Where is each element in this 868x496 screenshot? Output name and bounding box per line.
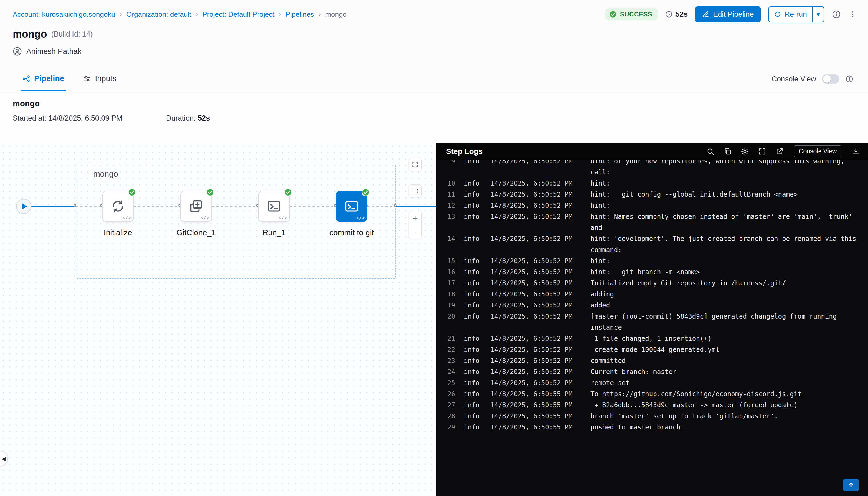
canvas-marquee-button[interactable] bbox=[409, 184, 422, 198]
log-line: 9info14/8/2025, 6:50:52 PMhint: of your … bbox=[443, 160, 868, 167]
log-level: info bbox=[464, 422, 483, 433]
expand-logs-icon[interactable] bbox=[758, 148, 766, 155]
tab-pipeline-label: Pipeline bbox=[34, 74, 64, 83]
breadcrumb-separator: › bbox=[319, 10, 321, 19]
log-message: hint: of your new repositories, which wi… bbox=[590, 160, 844, 167]
log-message: remote set bbox=[590, 377, 630, 389]
app-root: Account: kurosakiichigo.songoku›Organiza… bbox=[0, 0, 868, 496]
info-icon[interactable] bbox=[832, 10, 841, 19]
log-message: hint: bbox=[590, 178, 610, 189]
log-timestamp: 14/8/2025, 6:50:52 PM bbox=[491, 355, 575, 367]
log-line: 26info14/8/2025, 6:50:55 PMTo https://gi… bbox=[443, 389, 868, 400]
page-title: mongo bbox=[13, 28, 47, 40]
log-line-number: 28 bbox=[443, 411, 455, 422]
more-menu-icon[interactable] bbox=[849, 10, 857, 18]
pipeline-node-run-1[interactable]: </> bbox=[258, 191, 290, 222]
log-message: instance bbox=[590, 322, 622, 333]
zoom-out-button[interactable]: − bbox=[409, 225, 421, 239]
pipeline-canvas[interactable]: − mongo </>Initialize</> bbox=[0, 143, 436, 496]
run-start-node[interactable] bbox=[16, 199, 31, 214]
log-level: info bbox=[464, 344, 483, 355]
tab-bar: Pipeline Inputs Console View bbox=[0, 67, 868, 91]
log-line-number: 25 bbox=[443, 377, 455, 389]
canvas-fullscreen-button[interactable] bbox=[409, 158, 422, 171]
log-level bbox=[464, 222, 483, 233]
log-message: + 82a6dbb...5843d9c master -> master (fo… bbox=[590, 400, 798, 411]
node-label-commit-to-git: commit to git bbox=[311, 228, 392, 237]
log-timestamp: 14/8/2025, 6:50:52 PM bbox=[491, 289, 575, 300]
log-level bbox=[464, 245, 483, 255]
log-message: command: bbox=[590, 245, 622, 255]
console-info-icon[interactable] bbox=[845, 75, 853, 83]
log-level: info bbox=[464, 400, 483, 411]
code-glyph: </> bbox=[201, 215, 209, 220]
rerun-caret[interactable]: ▾ bbox=[812, 7, 824, 22]
rerun-icon bbox=[774, 11, 781, 18]
terminal-icon bbox=[344, 199, 359, 214]
arrow-up-icon bbox=[848, 481, 854, 489]
search-icon[interactable] bbox=[706, 148, 714, 155]
scroll-to-top-button[interactable] bbox=[843, 479, 859, 491]
breadcrumb-item: mongo bbox=[325, 10, 347, 19]
log-line-number bbox=[443, 167, 455, 178]
log-level: info bbox=[464, 289, 483, 300]
run-name: mongo bbox=[13, 99, 855, 108]
edge-connector bbox=[133, 206, 181, 207]
log-line: 22info14/8/2025, 6:50:52 PM create mode … bbox=[443, 344, 868, 355]
edge-connector bbox=[290, 206, 336, 207]
log-level: info bbox=[464, 377, 483, 389]
log-line-number: 20 bbox=[443, 311, 455, 322]
log-output[interactable]: 9info14/8/2025, 6:50:52 PMhint: of your … bbox=[436, 160, 868, 496]
log-line: command: bbox=[443, 245, 868, 255]
log-line-number: 29 bbox=[443, 422, 455, 433]
stage-group-label: − mongo bbox=[83, 169, 118, 179]
log-line: 23info14/8/2025, 6:50:52 PMcommitted bbox=[443, 355, 868, 367]
breadcrumb-item[interactable]: Organization: default bbox=[126, 10, 191, 19]
run-meta: Started at: 14/8/2025, 6:50:09 PM Durati… bbox=[13, 114, 855, 123]
edit-pipeline-button[interactable]: Edit Pipeline bbox=[695, 6, 761, 22]
main-split: − mongo </>Initialize</> bbox=[0, 143, 868, 496]
log-message: hint: bbox=[590, 200, 610, 211]
log-line: call: bbox=[443, 167, 868, 178]
download-logs-icon[interactable] bbox=[852, 148, 860, 155]
edge-connector bbox=[30, 206, 76, 207]
tab-pipeline[interactable]: Pipeline bbox=[20, 67, 66, 91]
title-row: mongo (Build Id: 14) bbox=[13, 27, 93, 41]
log-line: 13info14/8/2025, 6:50:52 PMhint: Names c… bbox=[443, 211, 868, 222]
open-in-new-icon[interactable] bbox=[775, 148, 784, 155]
breadcrumb-item[interactable]: Account: kurosakiichigo.songoku bbox=[13, 10, 115, 19]
console-view-label: Console View bbox=[772, 75, 816, 83]
copy-logs-icon[interactable] bbox=[724, 148, 732, 155]
left-drawer-handle[interactable]: ◀ bbox=[0, 451, 7, 466]
zoom-in-button[interactable]: + bbox=[409, 211, 421, 225]
settings-gear-icon[interactable] bbox=[741, 148, 749, 155]
top-bar: Account: kurosakiichigo.songoku›Organiza… bbox=[0, 0, 868, 29]
log-timestamp: 14/8/2025, 6:50:52 PM bbox=[491, 300, 575, 311]
log-line-number: 12 bbox=[443, 200, 455, 211]
breadcrumb-item[interactable]: Pipelines bbox=[285, 10, 314, 19]
log-level bbox=[464, 167, 483, 178]
log-line-number: 15 bbox=[443, 255, 455, 267]
log-link[interactable]: https://github.com/Sonichigo/economy-dis… bbox=[602, 390, 802, 398]
pipeline-node-commit-to-git[interactable]: </> bbox=[336, 191, 367, 222]
log-message: hint: 'development'. The just-created br… bbox=[590, 233, 856, 245]
edge-connector bbox=[212, 206, 258, 207]
log-message: committed bbox=[590, 355, 626, 367]
breadcrumb-item[interactable]: Project: Default Project bbox=[202, 10, 274, 19]
log-line-number: 24 bbox=[443, 367, 455, 377]
collapse-group-icon[interactable]: − bbox=[83, 170, 89, 178]
log-level: info bbox=[464, 189, 483, 200]
log-line-number: 19 bbox=[443, 300, 455, 311]
pipeline-node-initialize[interactable]: </> bbox=[102, 191, 134, 222]
pipeline-node-gitclone-1[interactable]: </> bbox=[181, 191, 212, 222]
started-at: Started at: 14/8/2025, 6:50:09 PM bbox=[13, 114, 166, 123]
tab-inputs[interactable]: Inputs bbox=[81, 67, 118, 91]
toggle-knob bbox=[823, 75, 831, 83]
clock-icon bbox=[665, 11, 673, 18]
console-view-toggle[interactable] bbox=[822, 74, 839, 83]
log-line: 24info14/8/2025, 6:50:52 PMCurrent branc… bbox=[443, 367, 868, 377]
rerun-button[interactable]: Re-run ▾ bbox=[768, 6, 824, 22]
breadcrumb-separator: › bbox=[196, 10, 198, 19]
edit-pipeline-label: Edit Pipeline bbox=[713, 10, 754, 19]
console-view-button[interactable]: Console View bbox=[794, 145, 841, 157]
